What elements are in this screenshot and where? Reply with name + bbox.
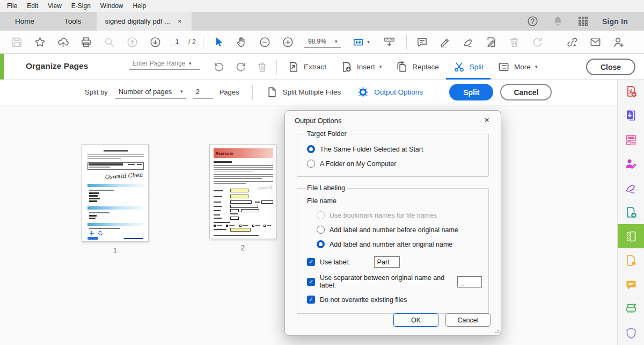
sidebar-combine-files[interactable] bbox=[618, 248, 644, 272]
page-thumbnail-2[interactable]: Feersum Oswald bbox=[209, 144, 276, 239]
zoom-out-button[interactable] bbox=[253, 32, 276, 52]
sidebar-organize-pages[interactable] bbox=[618, 224, 644, 248]
sidebar-export-pdf[interactable] bbox=[618, 104, 644, 128]
delete-button[interactable] bbox=[503, 32, 526, 52]
save-button[interactable] bbox=[5, 32, 28, 52]
fill-sign-pen-icon bbox=[625, 182, 638, 195]
print-button[interactable] bbox=[75, 32, 98, 52]
page-range-input[interactable] bbox=[129, 60, 189, 67]
split-cancel-button[interactable]: Cancel bbox=[500, 84, 552, 100]
highlight-tool-button[interactable] bbox=[434, 32, 457, 52]
select-tool-button[interactable] bbox=[207, 32, 230, 52]
toolbar-visibility-button[interactable] bbox=[376, 32, 402, 52]
insert-page-icon bbox=[340, 61, 353, 73]
use-label-text: Use label: bbox=[320, 258, 350, 266]
app-grid-icon[interactable] bbox=[577, 15, 589, 27]
ok-button[interactable]: OK bbox=[393, 313, 438, 327]
menu-view[interactable]: View bbox=[43, 2, 67, 10]
sign-tool-button[interactable] bbox=[457, 32, 480, 52]
replace-page-icon bbox=[396, 61, 408, 73]
tab-home[interactable]: Home bbox=[0, 12, 49, 31]
page-number-input[interactable] bbox=[170, 38, 184, 46]
tab-close-icon[interactable]: × bbox=[177, 17, 183, 25]
sidebar-request-signatures[interactable] bbox=[618, 152, 644, 176]
sidebar-fill-and-sign[interactable] bbox=[618, 176, 644, 200]
resize-grip[interactable] bbox=[493, 328, 499, 333]
sidebar-edit-pdf[interactable] bbox=[618, 128, 644, 152]
split-multiple-files-button[interactable]: Split Multiple Files bbox=[266, 86, 341, 98]
plus-circle-icon bbox=[282, 36, 294, 48]
sidebar-create-pdf[interactable] bbox=[618, 80, 644, 104]
radio-label-before-name[interactable]: Add label and number before original nam… bbox=[317, 226, 482, 234]
page-range-control: ▾ bbox=[129, 60, 200, 70]
menu-file[interactable]: File bbox=[2, 2, 22, 10]
dialog-cancel-button[interactable]: Cancel bbox=[445, 313, 491, 327]
more-tool[interactable]: More ▾ bbox=[491, 54, 544, 80]
tab-tools[interactable]: Tools bbox=[49, 12, 97, 31]
help-icon[interactable] bbox=[526, 15, 539, 27]
extract-tool[interactable]: Extract bbox=[280, 54, 333, 80]
add-account-button[interactable] bbox=[607, 32, 630, 52]
split-confirm-button[interactable]: Split bbox=[449, 84, 493, 100]
label-input[interactable] bbox=[374, 256, 400, 268]
notifications-bell-icon[interactable] bbox=[552, 15, 564, 27]
menu-edit[interactable]: Edit bbox=[22, 2, 43, 10]
sidebar-scan-ocr[interactable] bbox=[618, 297, 644, 321]
email-button[interactable] bbox=[584, 32, 607, 52]
output-options-button[interactable]: Output Options bbox=[357, 86, 423, 98]
checkbox-checked-icon[interactable]: ✓ bbox=[307, 278, 315, 286]
dialog-header[interactable]: Output Options × bbox=[285, 111, 501, 130]
split-tool[interactable]: Split bbox=[446, 54, 491, 80]
insert-label: Insert bbox=[357, 63, 375, 71]
split-mode-select[interactable]: Number of pages ▾ bbox=[115, 86, 186, 99]
dialog-close-icon[interactable]: × bbox=[480, 113, 494, 127]
fit-width-icon bbox=[352, 36, 364, 48]
page-count-input[interactable] bbox=[193, 86, 213, 99]
menu-help[interactable]: Help bbox=[128, 2, 151, 10]
checkbox-checked-icon[interactable]: ✓ bbox=[307, 258, 315, 266]
dialog-title: Output Options bbox=[295, 117, 341, 125]
replace-tool[interactable]: Replace bbox=[389, 54, 446, 80]
close-tool-button[interactable]: Close bbox=[586, 59, 635, 75]
dialog-buttons: OK Cancel bbox=[393, 313, 491, 327]
page-thumbnail-1[interactable]: Oswald Chen bbox=[82, 144, 149, 242]
fill-sign-tool-button[interactable] bbox=[480, 32, 503, 52]
chevron-down-icon[interactable]: ▾ bbox=[189, 61, 192, 66]
comment-tool-button[interactable] bbox=[411, 32, 434, 52]
tab-document[interactable]: signed digitally pdf ... × bbox=[97, 12, 192, 31]
next-page-button[interactable] bbox=[144, 32, 167, 52]
sidebar-convert-pdf[interactable] bbox=[618, 200, 644, 225]
star-icon bbox=[34, 36, 46, 48]
zoom-level-control[interactable]: 98.9% ▾ bbox=[304, 36, 342, 48]
redo-button[interactable] bbox=[526, 32, 549, 52]
menu-esign[interactable]: E-Sign bbox=[67, 2, 96, 10]
split-label: Split bbox=[470, 63, 484, 71]
find-button[interactable] bbox=[98, 32, 121, 52]
zoom-in-button[interactable] bbox=[276, 32, 299, 52]
menu-window[interactable]: Window bbox=[96, 2, 128, 10]
sidebar-comment[interactable] bbox=[618, 272, 644, 297]
checkbox-checked-icon[interactable]: ✓ bbox=[307, 296, 315, 304]
radio-folder-on-computer[interactable]: A Folder on My Computer bbox=[307, 160, 482, 168]
previous-page-button[interactable] bbox=[121, 32, 144, 52]
separator-input[interactable] bbox=[457, 276, 482, 288]
split-multiple-files-label: Split Multiple Files bbox=[283, 88, 341, 96]
radio-bookmark-names[interactable]: Use bookmark names for file names bbox=[317, 211, 482, 219]
radio-same-folder[interactable]: The Same Folder Selected at Start bbox=[307, 145, 482, 153]
rotate-left-button[interactable] bbox=[208, 56, 230, 77]
printer-icon bbox=[80, 36, 92, 48]
cursor-icon bbox=[213, 36, 225, 48]
radio-label-after-name[interactable]: Add label and number after original name bbox=[317, 240, 482, 248]
link-icon bbox=[566, 36, 579, 48]
link-share-button[interactable] bbox=[561, 32, 584, 52]
rotate-right-button[interactable] bbox=[230, 56, 251, 77]
hand-tool-button[interactable] bbox=[230, 32, 253, 52]
sidebar-protect[interactable] bbox=[618, 321, 644, 345]
insert-tool[interactable]: Insert ▾ bbox=[333, 54, 389, 80]
sign-in-button[interactable]: Sign In bbox=[602, 17, 628, 26]
tool-accent-bar bbox=[0, 54, 4, 80]
star-button[interactable] bbox=[28, 32, 52, 52]
page-display-button[interactable]: ▾ bbox=[346, 32, 376, 52]
share-cloud-button[interactable] bbox=[52, 32, 75, 52]
delete-pages-button[interactable] bbox=[251, 56, 273, 77]
